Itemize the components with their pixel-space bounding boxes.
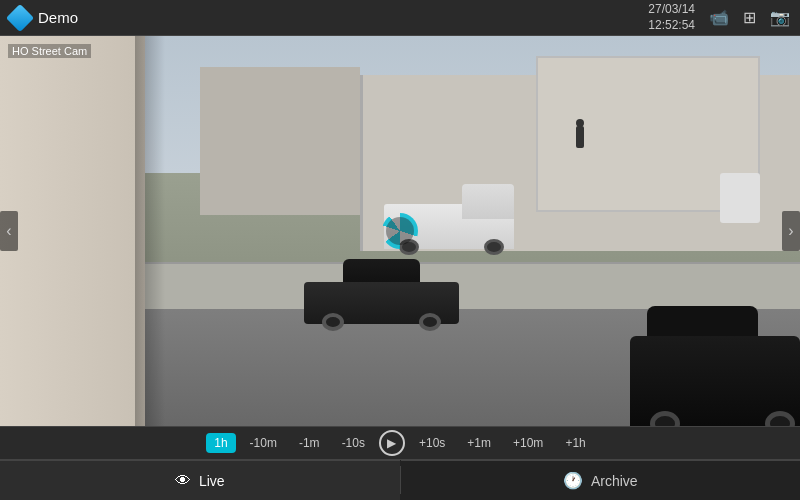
- timeline-minus1m-button[interactable]: -1m: [291, 433, 328, 453]
- dark-car: [304, 254, 459, 324]
- timeline-plus1m-button[interactable]: +1m: [459, 433, 499, 453]
- play-icon: ▶: [387, 436, 396, 450]
- bottom-tabbar: 👁 Live 🕐 Archive: [0, 460, 800, 500]
- building-left: [200, 67, 360, 215]
- wall-left: [0, 36, 145, 426]
- live-tab-label: Live: [199, 473, 225, 489]
- van-vehicle: [720, 173, 760, 223]
- camera-view: HO Street Cam ‹ ›: [0, 36, 800, 426]
- tab-live[interactable]: 👁 Live: [0, 460, 400, 500]
- timeline-minus10s-button[interactable]: -10s: [334, 433, 373, 453]
- timeline-bar: 1h -10m -1m -10s ▶ +10s +1m +10m +1h: [0, 426, 800, 460]
- timeline-plus10s-button[interactable]: +10s: [411, 433, 453, 453]
- datetime: 27/03/14 12:52:54: [648, 2, 695, 33]
- timeline-plus1h-button[interactable]: +1h: [557, 433, 593, 453]
- grid-icon[interactable]: ⊞: [743, 8, 756, 27]
- topbar: Demo 27/03/14 12:52:54 📹 ⊞ 📷: [0, 0, 800, 36]
- camera-feed: HO Street Cam: [0, 36, 800, 426]
- video-camera-icon[interactable]: 📹: [709, 8, 729, 27]
- eye-icon: 👁: [175, 472, 191, 490]
- next-camera-button[interactable]: ›: [782, 211, 800, 251]
- timeline-plus10m-button[interactable]: +10m: [505, 433, 551, 453]
- date-display: 27/03/14: [648, 2, 695, 16]
- diamond-icon: [6, 3, 34, 31]
- wall-shadow: [135, 36, 165, 426]
- tab-archive[interactable]: 🕐 Archive: [401, 460, 801, 500]
- topbar-right: 27/03/14 12:52:54 📹 ⊞ 📷: [648, 2, 790, 33]
- topbar-left: Demo: [10, 8, 78, 28]
- chevron-right-icon: ›: [788, 222, 793, 240]
- loading-spinner: [382, 213, 418, 249]
- time-display: 12:52:54: [648, 18, 695, 32]
- timeline-play-button[interactable]: ▶: [379, 430, 405, 456]
- archive-tab-label: Archive: [591, 473, 638, 489]
- prev-camera-button[interactable]: ‹: [0, 211, 18, 251]
- clock-icon: 🕐: [563, 471, 583, 490]
- chevron-left-icon: ‹: [6, 222, 11, 240]
- camera-label: HO Street Cam: [8, 44, 91, 58]
- person-silhouette: [576, 126, 584, 148]
- camera-icon[interactable]: 📷: [770, 8, 790, 27]
- app-title: Demo: [38, 9, 78, 26]
- timeline-minus10m-button[interactable]: -10m: [242, 433, 285, 453]
- black-suv: [630, 296, 800, 426]
- timeline-1h-active-button[interactable]: 1h: [206, 433, 235, 453]
